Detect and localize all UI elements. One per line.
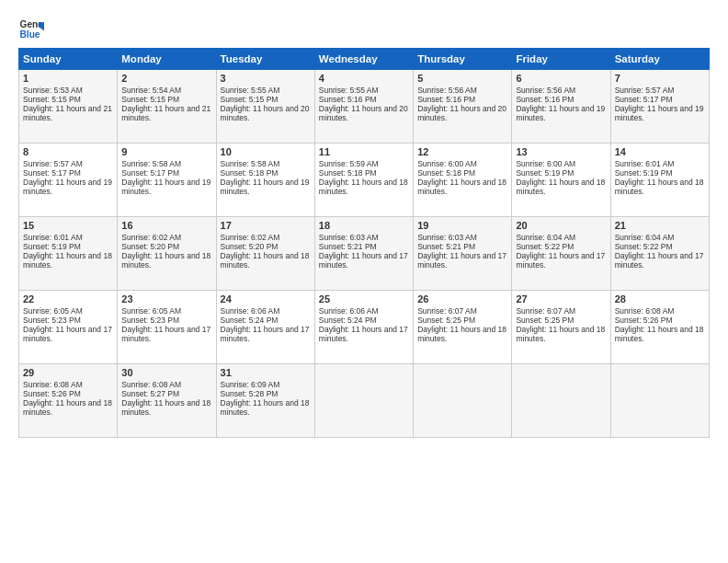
- page: General Blue SundayMondayTuesdayWednesda…: [0, 0, 728, 563]
- sunset: Sunset: 5:27 PM: [121, 389, 179, 398]
- calendar-cell: 9Sunrise: 5:58 AMSunset: 5:17 PMDaylight…: [118, 144, 216, 217]
- day-number: 28: [615, 293, 705, 304]
- sunset: Sunset: 5:23 PM: [121, 316, 179, 325]
- day-number: 21: [615, 220, 705, 231]
- sunrise: Sunrise: 5:56 AM: [417, 86, 477, 95]
- calendar-cell: 31Sunrise: 6:09 AMSunset: 5:28 PMDayligh…: [216, 364, 314, 438]
- calendar-table: SundayMondayTuesdayWednesdayThursdayFrid…: [18, 48, 710, 438]
- daylight: Daylight: 11 hours and 18 minutes.: [221, 251, 310, 270]
- sunrise: Sunrise: 6:00 AM: [516, 159, 575, 168]
- sunset: Sunset: 5:15 PM: [121, 95, 179, 104]
- day-number: 4: [319, 73, 409, 84]
- day-number: 22: [23, 293, 113, 304]
- calendar-cell: 2Sunrise: 5:54 AMSunset: 5:15 PMDaylight…: [118, 70, 216, 144]
- sunrise: Sunrise: 5:55 AM: [319, 86, 379, 95]
- sunset: Sunset: 5:19 PM: [23, 242, 81, 251]
- sunset: Sunset: 5:19 PM: [615, 168, 673, 178]
- daylight: Daylight: 11 hours and 19 minutes.: [23, 178, 112, 196]
- sunrise: Sunrise: 6:06 AM: [319, 306, 379, 316]
- col-header-wednesday: Wednesday: [314, 49, 413, 70]
- sunrise: Sunrise: 6:03 AM: [417, 233, 477, 242]
- daylight: Daylight: 11 hours and 17 minutes.: [319, 251, 408, 270]
- calendar-cell: 27Sunrise: 6:07 AMSunset: 5:25 PMDayligh…: [512, 291, 610, 364]
- day-number: 13: [516, 146, 606, 157]
- sunset: Sunset: 5:22 PM: [615, 242, 673, 251]
- calendar-cell: 26Sunrise: 6:07 AMSunset: 5:25 PMDayligh…: [414, 291, 512, 364]
- day-number: 5: [417, 73, 507, 84]
- sunset: Sunset: 5:25 PM: [417, 316, 475, 325]
- day-number: 1: [23, 73, 113, 84]
- calendar-cell: 14Sunrise: 6:01 AMSunset: 5:19 PMDayligh…: [610, 144, 709, 217]
- header: General Blue: [18, 17, 710, 42]
- daylight: Daylight: 11 hours and 18 minutes.: [23, 251, 112, 270]
- day-number: 27: [516, 293, 606, 304]
- daylight: Daylight: 11 hours and 18 minutes.: [319, 178, 408, 196]
- calendar-cell: 16Sunrise: 6:02 AMSunset: 5:20 PMDayligh…: [118, 217, 216, 291]
- daylight: Daylight: 11 hours and 18 minutes.: [417, 325, 506, 343]
- day-number: 18: [319, 220, 409, 231]
- calendar-cell: 11Sunrise: 5:59 AMSunset: 5:18 PMDayligh…: [314, 144, 413, 217]
- sunset: Sunset: 5:18 PM: [417, 168, 475, 178]
- sunrise: Sunrise: 5:54 AM: [121, 86, 181, 95]
- day-number: 14: [615, 146, 705, 157]
- week-row-1: 1Sunrise: 5:53 AMSunset: 5:15 PMDaylight…: [19, 70, 710, 144]
- col-header-friday: Friday: [512, 49, 610, 70]
- day-number: 19: [417, 220, 507, 231]
- calendar-cell: [610, 364, 709, 438]
- week-row-2: 8Sunrise: 5:57 AMSunset: 5:17 PMDaylight…: [19, 144, 710, 217]
- sunrise: Sunrise: 6:07 AM: [417, 306, 477, 316]
- sunrise: Sunrise: 6:06 AM: [221, 306, 280, 316]
- sunset: Sunset: 5:21 PM: [417, 242, 475, 251]
- sunset: Sunset: 5:21 PM: [319, 242, 377, 251]
- col-header-thursday: Thursday: [414, 49, 512, 70]
- daylight: Daylight: 11 hours and 18 minutes.: [516, 325, 605, 343]
- daylight: Daylight: 11 hours and 17 minutes.: [23, 325, 112, 343]
- calendar-cell: 19Sunrise: 6:03 AMSunset: 5:21 PMDayligh…: [414, 217, 512, 291]
- daylight: Daylight: 11 hours and 18 minutes.: [121, 398, 210, 417]
- sunset: Sunset: 5:26 PM: [23, 389, 81, 398]
- daylight: Daylight: 11 hours and 19 minutes.: [221, 178, 310, 196]
- calendar-cell: 18Sunrise: 6:03 AMSunset: 5:21 PMDayligh…: [314, 217, 413, 291]
- day-number: 3: [221, 73, 311, 84]
- day-number: 11: [319, 146, 409, 157]
- sunrise: Sunrise: 5:56 AM: [516, 86, 575, 95]
- sunset: Sunset: 5:22 PM: [516, 242, 574, 251]
- sunrise: Sunrise: 6:09 AM: [221, 380, 280, 389]
- calendar-cell: 29Sunrise: 6:08 AMSunset: 5:26 PMDayligh…: [19, 364, 118, 438]
- sunset: Sunset: 5:17 PM: [121, 168, 179, 178]
- logo: General Blue: [18, 17, 44, 42]
- sunset: Sunset: 5:20 PM: [221, 242, 279, 251]
- calendar-cell: [512, 364, 610, 438]
- week-row-5: 29Sunrise: 6:08 AMSunset: 5:26 PMDayligh…: [19, 364, 710, 438]
- sunrise: Sunrise: 6:04 AM: [516, 233, 575, 242]
- calendar-cell: 13Sunrise: 6:00 AMSunset: 5:19 PMDayligh…: [512, 144, 610, 217]
- calendar-cell: 4Sunrise: 5:55 AMSunset: 5:16 PMDaylight…: [314, 70, 413, 144]
- daylight: Daylight: 11 hours and 17 minutes.: [319, 325, 408, 343]
- day-number: 7: [615, 73, 705, 84]
- sunset: Sunset: 5:16 PM: [417, 95, 475, 104]
- sunrise: Sunrise: 5:53 AM: [23, 86, 83, 95]
- sunset: Sunset: 5:17 PM: [615, 95, 673, 104]
- svg-text:Blue: Blue: [20, 29, 40, 40]
- sunset: Sunset: 5:26 PM: [615, 316, 673, 325]
- daylight: Daylight: 11 hours and 19 minutes.: [615, 104, 704, 122]
- calendar-cell: 20Sunrise: 6:04 AMSunset: 5:22 PMDayligh…: [512, 217, 610, 291]
- daylight: Daylight: 11 hours and 18 minutes.: [121, 251, 210, 270]
- sunrise: Sunrise: 6:08 AM: [615, 306, 675, 316]
- calendar-cell: 3Sunrise: 5:55 AMSunset: 5:15 PMDaylight…: [216, 70, 314, 144]
- sunrise: Sunrise: 6:08 AM: [121, 380, 181, 389]
- daylight: Daylight: 11 hours and 17 minutes.: [417, 251, 506, 270]
- daylight: Daylight: 11 hours and 19 minutes.: [516, 104, 605, 122]
- day-number: 30: [121, 367, 211, 378]
- sunrise: Sunrise: 6:01 AM: [23, 233, 83, 242]
- sunrise: Sunrise: 6:05 AM: [23, 306, 83, 316]
- sunrise: Sunrise: 6:01 AM: [615, 159, 675, 168]
- daylight: Daylight: 11 hours and 17 minutes.: [221, 325, 310, 343]
- sunrise: Sunrise: 6:02 AM: [121, 233, 181, 242]
- calendar-cell: 7Sunrise: 5:57 AMSunset: 5:17 PMDaylight…: [610, 70, 709, 144]
- sunrise: Sunrise: 6:08 AM: [23, 380, 83, 389]
- daylight: Daylight: 11 hours and 18 minutes.: [221, 398, 310, 417]
- daylight: Daylight: 11 hours and 20 minutes.: [221, 104, 310, 122]
- calendar-cell: 8Sunrise: 5:57 AMSunset: 5:17 PMDaylight…: [19, 144, 118, 217]
- calendar-cell: 28Sunrise: 6:08 AMSunset: 5:26 PMDayligh…: [610, 291, 709, 364]
